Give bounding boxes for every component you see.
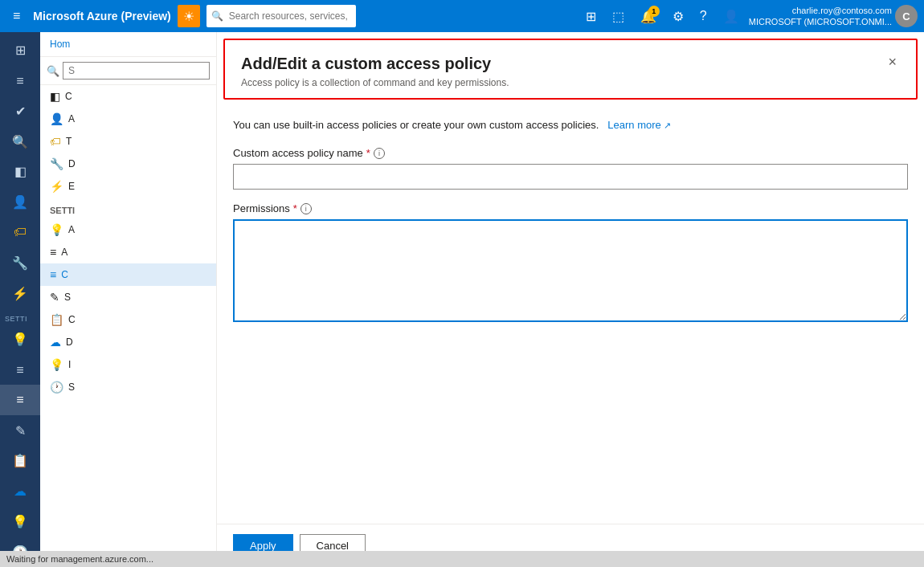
sidebar: ⊞ ≡ ✔ 🔍 ◧ 👤 🏷 🔧 ⚡ Setti 💡 ≡ [0,32,40,567]
azure-icon: ☀ [178,5,200,27]
allresources-icon: 👤 [12,194,28,210]
sidebar-item-s6[interactable]: ☁ [0,476,40,507]
sidebar-item-search[interactable]: 🔍 [0,126,40,157]
breadcrumb: Hom [40,32,216,57]
search-wrapper [206,5,512,27]
left-nav-search-input[interactable] [63,62,210,80]
left-nav-item-sh[interactable]: 🕐 S [40,376,216,398]
sidebar-item-s3[interactable]: ≡ [0,385,40,415]
nav-label-sb: A [61,247,67,258]
sidebar-item-home[interactable]: ⊞ [0,35,40,66]
sidebar-item-s4[interactable]: ✎ [0,415,40,446]
portal-menu-button[interactable]: ⊞ [579,6,603,27]
nav-icon-c: ◧ [50,90,60,103]
permissions-info-icon[interactable]: i [301,203,312,214]
nav-label-sc: C [61,269,68,280]
policy-name-input[interactable] [233,164,908,190]
nav-icon-sf: ☁ [50,336,61,349]
settings-button[interactable]: ⚙ [666,6,690,27]
policy-name-info-icon[interactable]: i [374,148,385,159]
policy-name-label: Custom access policy name * i [233,147,908,159]
tags-icon: 🏷 [14,225,27,239]
nav-icon-a: 👤 [50,112,63,125]
nav-icon-d: 🔧 [50,157,63,170]
panel-content: You can use built-in access policies or … [217,106,924,350]
panel-header: Add/Edit a custom access policy Access p… [223,39,918,100]
left-nav-panel: Hom 🔍 ◧ C 👤 A 🏷 T 🔧 D ⚡ E [40,32,217,567]
nav-icon-sg: 💡 [50,358,63,371]
notification-badge: 1 [648,6,660,17]
panel-header-inner: Add/Edit a custom access policy Access p… [241,53,885,88]
nav-icon-sb: ≡ [50,246,56,259]
sidebar-item-dashboard[interactable]: ◧ [0,157,40,187]
nav-icon-sc: ≡ [50,268,56,281]
global-search-input[interactable] [206,5,356,27]
nav-label-t: T [66,136,72,147]
left-nav-settings-section: Setti [40,198,216,218]
left-nav-item-sg[interactable]: 💡 I [40,353,216,376]
notifications-button[interactable]: 🔔 1 [634,6,663,27]
left-nav-item-sc[interactable]: ≡ C [40,263,216,286]
home-icon: ⊞ [15,43,26,58]
nav-label-a: A [68,113,75,124]
close-button[interactable]: × [885,53,900,71]
sidebar-item-tags[interactable]: 🏷 [0,218,40,248]
nav-icon-sd: ✎ [50,291,59,304]
search-icon: 🔍 [12,134,28,149]
bulb-icon: 💡 [12,514,28,529]
sidebar-settings-label: Setti [0,308,40,324]
left-nav-item-e[interactable]: ⚡ E [40,175,216,198]
left-nav-item-a[interactable]: 👤 A [40,108,216,130]
list2-icon: ≡ [16,393,23,407]
left-nav-item-se[interactable]: 📋 C [40,308,216,331]
help-button[interactable]: ? [693,6,713,27]
sidebar-item-s7[interactable]: 💡 [0,506,40,536]
sidebar-item-allservices[interactable]: ≡ [0,66,40,96]
app-title: Microsoft Azure (Preview) [33,10,170,22]
key-icon: 💡 [12,332,28,347]
clipboard-icon: 📋 [12,453,28,468]
sidebar-item-s2[interactable]: ≡ [0,355,40,385]
hamburger-menu-button[interactable]: ≡ [6,6,27,27]
left-nav-item-c[interactable]: ◧ C [40,85,216,108]
main-layout: ⊞ ≡ ✔ 🔍 ◧ 👤 🏷 🔧 ⚡ Setti 💡 ≡ [0,32,924,567]
left-nav-item-d[interactable]: 🔧 D [40,153,216,175]
permissions-textarea[interactable] [233,219,908,322]
left-search-icon: 🔍 [47,65,59,77]
user-tenant: MICROSOFT (MICROSOFT.ONMI... [749,16,892,27]
topbar: ≡ Microsoft Azure (Preview) ☀ ⊞ ⬚ 🔔 1 ⚙ … [0,0,924,32]
learn-more-link[interactable]: Learn more [607,119,671,131]
panel-body: Add/Edit a custom access policy Access p… [217,32,924,524]
sidebar-item-resourcegroups[interactable]: 🔧 [0,247,40,278]
nav-label-sg: I [68,359,71,370]
left-nav-items: ◧ C 👤 A 🏷 T 🔧 D ⚡ E Setti 💡 A [40,85,216,567]
feedback-button[interactable]: ⬚ [606,6,631,27]
nav-icon-e: ⚡ [50,180,63,193]
left-nav-item-sd[interactable]: ✎ S [40,286,216,308]
status-text: Waiting for management.azure.com... [6,554,153,564]
nav-label-e: E [68,181,75,192]
sidebar-item-lightning[interactable]: ⚡ [0,278,40,308]
status-bar: Waiting for management.azure.com... [0,551,924,567]
user-menu-button[interactable]: 👤 [717,6,746,27]
permissions-form-group: Permissions * i [233,202,908,324]
info-text: You can use built-in access policies or … [233,119,908,131]
checkmarks-icon: ✔ [15,104,26,119]
left-nav-item-sf[interactable]: ☁ D [40,331,216,353]
lightning-icon: ⚡ [12,286,28,301]
sidebar-item-allresources[interactable]: 👤 [0,187,40,218]
sidebar-item-checkmarks[interactable]: ✔ [0,96,40,127]
sidebar-item-s5[interactable]: 📋 [0,446,40,476]
nav-icon-sh: 🕐 [50,381,63,394]
sidebar-item-s1[interactable]: 💡 [0,324,40,355]
left-nav-item-sb[interactable]: ≡ A [40,241,216,263]
left-nav-item-sa[interactable]: 💡 A [40,218,216,241]
policy-name-form-group: Custom access policy name * i [233,147,908,190]
left-nav-search-wrapper: 🔍 [40,57,216,85]
panel-title: Add/Edit a custom access policy [241,53,885,74]
nav-label-sh: S [68,381,75,393]
user-email: charlie.roy@contoso.com [792,5,892,16]
nav-label-sf: D [66,337,73,348]
left-nav-item-t[interactable]: 🏷 T [40,130,216,153]
avatar[interactable]: C [895,5,918,27]
